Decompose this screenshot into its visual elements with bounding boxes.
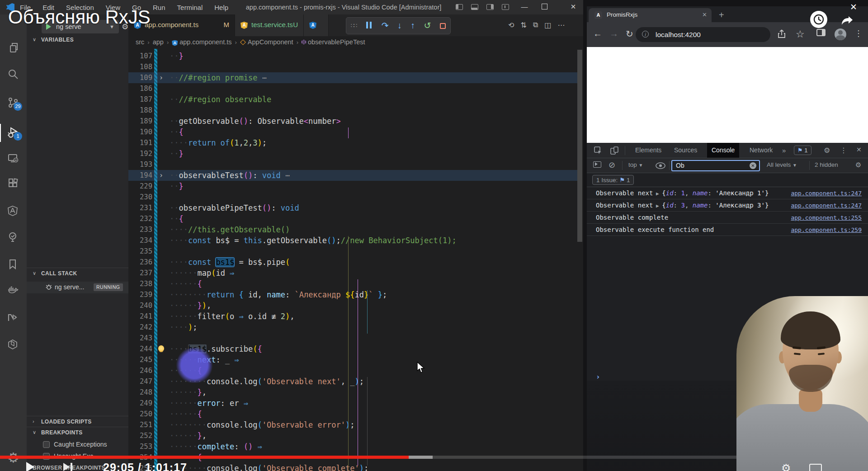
console-settings-gear-icon[interactable]: ⚙ <box>855 161 861 169</box>
new-tab-icon[interactable]: + <box>719 10 724 20</box>
activity-extensions-icon[interactable] <box>0 174 27 195</box>
device-toolbar-icon[interactable] <box>610 146 618 155</box>
stop-icon[interactable] <box>440 23 446 29</box>
code-line-251[interactable]: 251········console.log('Observable error… <box>128 419 577 430</box>
issues-chip[interactable]: 1 Issue: ⚑ 1 <box>592 175 634 185</box>
step-over-icon[interactable]: ↷ <box>382 21 389 30</box>
editor-scrollbar[interactable] <box>577 50 582 242</box>
minimize-button[interactable]: — <box>518 3 531 12</box>
code-line-255[interactable]: 255········console.log('Observable compl… <box>128 463 577 471</box>
clear-console-icon[interactable]: ⊘ <box>609 160 615 170</box>
console-log-row[interactable]: Observable next ▶ {id: 1, name: 'Алексан… <box>587 187 868 199</box>
code-line-236[interactable]: 236····const bs1$ = bs$.pipe( <box>128 257 577 268</box>
activity-nx-console-icon[interactable] <box>0 307 27 329</box>
more-tabs-icon[interactable]: » <box>782 146 786 154</box>
activity-package-icon[interactable] <box>0 334 27 356</box>
code-line-193[interactable]: 193 <box>128 159 577 170</box>
code-line-231[interactable]: 231··observablePipeTest(): void <box>128 203 577 213</box>
bookmark-star-icon[interactable]: ☆ <box>796 28 805 40</box>
code-line-241[interactable]: 241······filter(o ⇒ o.id ≢ 2), <box>128 311 577 322</box>
url-text[interactable]: localhost:4200 <box>656 27 701 42</box>
chrome-menu-icon[interactable]: ⋮ <box>854 28 863 38</box>
devtools-tab-sources[interactable]: Sources <box>670 143 702 158</box>
activity-testing-icon[interactable] <box>0 227 27 249</box>
share-button[interactable] <box>839 12 855 28</box>
console-sidebar-icon[interactable] <box>593 161 601 168</box>
devtools-settings-gear-icon[interactable]: ⚙ <box>824 146 830 155</box>
devtools-tab-network[interactable]: Network <box>745 143 777 158</box>
code-line-186[interactable]: 186 <box>128 83 577 94</box>
eye-icon[interactable] <box>656 162 665 169</box>
devtools-tab-elements[interactable]: Elements <box>631 143 666 158</box>
history-icon[interactable]: ⟲ <box>508 21 514 31</box>
address-bar[interactable]: i localhost:4200 <box>636 27 770 42</box>
code-line-188[interactable]: 188 <box>128 105 577 116</box>
forward-icon[interactable]: → <box>609 28 618 39</box>
hierarchy-icon[interactable]: ⧉ <box>533 21 538 31</box>
checkbox[interactable] <box>43 441 50 448</box>
devtools-close-icon[interactable]: ✕ <box>856 146 862 153</box>
code-line-242[interactable]: 242····); <box>128 322 577 333</box>
variables-section-header[interactable]: ∨ VARIABLES <box>27 34 128 45</box>
code-line-190[interactable]: 190··{ <box>128 127 577 137</box>
code-line-187[interactable]: 187··//#region observable <box>128 94 577 105</box>
inspect-element-icon[interactable] <box>594 146 602 155</box>
play-button[interactable] <box>26 462 34 471</box>
split-editor-icon[interactable]: ◫ <box>544 21 551 31</box>
close-tab-icon[interactable]: ✕ <box>702 11 707 18</box>
code-line-243[interactable]: 243 <box>128 333 577 344</box>
code-line-253[interactable]: 253······complete: () ⇒ <box>128 441 577 452</box>
tab-pinned-angular[interactable]: A <box>304 14 329 36</box>
code-line-238[interactable]: 238······{ <box>128 278 577 289</box>
code-line-234[interactable]: 234····const bs$ = this.getObservable();… <box>128 235 577 246</box>
fold-chevron-icon[interactable]: › <box>159 72 163 83</box>
clear-filter-icon[interactable]: ✕ <box>750 162 756 169</box>
call-stack-session-row[interactable]: ng serve... RUNNING <box>27 282 128 293</box>
activity-remote-explorer-icon[interactable] <box>0 148 27 170</box>
code-line-252[interactable]: 252······}, <box>128 430 577 441</box>
source-link[interactable]: app.component.ts:247 <box>791 199 862 212</box>
breadcrumb-AppComponent[interactable]: AppComponent <box>240 38 293 46</box>
code-line-239[interactable]: 239········return { id, name: `Александр… <box>128 289 577 300</box>
code-line-229[interactable]: 229··} <box>128 181 577 192</box>
log-levels-selector[interactable]: All levels ▼ <box>767 161 797 168</box>
side-panel-icon[interactable] <box>816 29 826 36</box>
console-log-row[interactable]: Observable execute function endapp.compo… <box>587 224 868 236</box>
source-link[interactable]: app.component.ts:255 <box>791 212 862 224</box>
activity-docker-icon[interactable] <box>0 280 27 302</box>
devtools-menu-icon[interactable]: ⋮ <box>840 146 847 155</box>
code-line-249[interactable]: 249······error: er ⇒ <box>128 398 577 409</box>
share-icon[interactable] <box>777 29 787 39</box>
code-line-108[interactable]: 108 <box>128 61 577 72</box>
miniplayer-icon[interactable] <box>809 464 822 471</box>
drag-handle-icon[interactable]: ∷∷ <box>351 21 357 30</box>
code-line-192[interactable]: 192··} <box>128 148 577 159</box>
back-icon[interactable]: ← <box>593 28 602 39</box>
toggle-secondary-sidebar-icon[interactable] <box>486 4 494 10</box>
console-log-row[interactable]: Observable completeapp.component.ts:255 <box>587 212 868 224</box>
activity-run-debug-icon[interactable]: 1 <box>0 122 27 144</box>
console-filter-input[interactable]: Ob ✕ <box>671 160 760 171</box>
toggle-panel-icon[interactable] <box>471 4 478 10</box>
code-editor[interactable]: 107··}108109›··//#region promise ⋯186187… <box>128 47 583 471</box>
chrome-tab[interactable]: A PromisRxjs ✕ <box>589 8 712 22</box>
code-line-109[interactable]: 109›··//#region promise ⋯ <box>128 72 577 83</box>
code-line-237[interactable]: 237······map(id ⇒ <box>128 268 577 278</box>
loaded-scripts-section-header[interactable]: › LOADED SCRIPTS <box>27 416 128 427</box>
code-line-107[interactable]: 107··} <box>128 51 577 61</box>
player-settings-gear-icon[interactable]: ⚙ <box>781 462 791 471</box>
page-viewport[interactable] <box>587 47 868 143</box>
code-line-250[interactable]: 250······{ <box>128 409 577 419</box>
lightbulb-icon[interactable] <box>158 345 164 351</box>
code-line-248[interactable]: 248······}, <box>128 387 577 398</box>
fold-chevron-icon[interactable]: › <box>159 170 163 181</box>
code-line-191[interactable]: 191····return of(1,2,3); <box>128 137 577 148</box>
activity-angular-icon[interactable] <box>0 201 27 222</box>
more-actions-icon[interactable]: ⋯ <box>557 21 565 31</box>
code-line-189[interactable]: 189··getObservable(): Observable<number> <box>128 116 577 127</box>
reload-icon[interactable]: ↻ <box>626 28 633 39</box>
compare-icon[interactable]: ⇅ <box>520 21 526 31</box>
step-into-icon[interactable]: ↓ <box>397 21 402 30</box>
breadcrumb-app.component.ts[interactable]: Aapp.component.ts <box>172 38 231 46</box>
activity-explorer-icon[interactable] <box>0 37 27 59</box>
